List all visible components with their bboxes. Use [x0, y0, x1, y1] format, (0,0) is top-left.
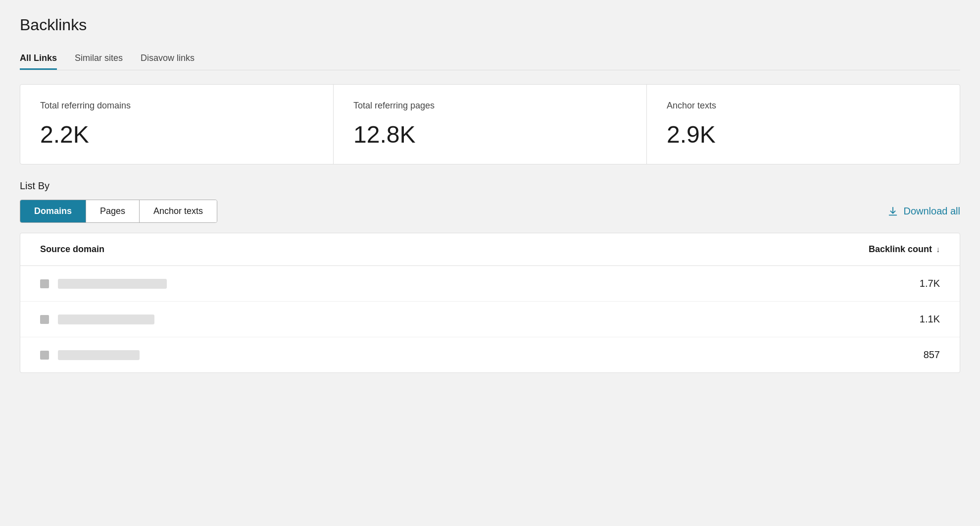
- list-by-title: List By: [20, 180, 960, 192]
- col-backlink-count: Backlink count ↓: [869, 244, 940, 255]
- list-by-section: List By Domains Pages Anchor texts Downl…: [20, 180, 960, 373]
- download-all-label: Download all: [903, 206, 960, 217]
- stat-label-referring-domains: Total referring domains: [40, 101, 313, 111]
- page-title: Backlinks: [20, 16, 960, 34]
- table-row: 1.7K: [20, 266, 960, 302]
- blurred-icon-2: [40, 315, 49, 324]
- row-value-1: 1.7K: [920, 278, 940, 289]
- blurred-row-left-3: [40, 350, 140, 360]
- list-btn-pages[interactable]: Pages: [86, 200, 140, 222]
- tab-disavow-links[interactable]: Disavow links: [141, 48, 195, 70]
- blurred-icon-1: [40, 279, 49, 288]
- stat-card-anchor-texts: Anchor texts 2.9K: [647, 85, 960, 164]
- list-by-buttons: Domains Pages Anchor texts: [20, 200, 217, 223]
- list-btn-anchor-texts[interactable]: Anchor texts: [140, 200, 217, 222]
- tab-all-links[interactable]: All Links: [20, 48, 57, 70]
- sort-icon[interactable]: ↓: [936, 245, 940, 254]
- blurred-icon-3: [40, 351, 49, 360]
- stat-label-referring-pages: Total referring pages: [353, 101, 627, 111]
- stat-value-anchor-texts: 2.9K: [667, 121, 940, 148]
- stats-card-container: Total referring domains 2.2K Total refer…: [20, 84, 960, 164]
- blurred-row-left-2: [40, 315, 154, 324]
- blurred-domain-3: [58, 350, 140, 360]
- stat-label-anchor-texts: Anchor texts: [667, 101, 940, 111]
- stat-card-referring-domains: Total referring domains 2.2K: [20, 85, 334, 164]
- row-value-2: 1.1K: [920, 314, 940, 325]
- blurred-domain-2: [58, 315, 154, 324]
- download-all-button[interactable]: Download all: [887, 206, 960, 217]
- blurred-row-left-1: [40, 279, 167, 289]
- stat-value-referring-pages: 12.8K: [353, 121, 627, 148]
- table-container: Source domain Backlink count ↓ 1.7K: [20, 233, 960, 373]
- tabs-container: All Links Similar sites Disavow links: [20, 48, 960, 70]
- page-container: Backlinks All Links Similar sites Disavo…: [0, 0, 980, 389]
- col-backlink-count-label: Backlink count: [869, 244, 932, 255]
- list-controls: Domains Pages Anchor texts Download all: [20, 200, 960, 223]
- list-btn-domains[interactable]: Domains: [20, 200, 86, 222]
- stat-card-referring-pages: Total referring pages 12.8K: [334, 85, 647, 164]
- row-value-3: 857: [924, 349, 940, 361]
- col-source-domain: Source domain: [40, 244, 104, 255]
- stat-value-referring-domains: 2.2K: [40, 121, 313, 148]
- table-row: 1.1K: [20, 302, 960, 337]
- blurred-domain-1: [58, 279, 167, 289]
- table-row: 857: [20, 337, 960, 372]
- download-icon: [887, 206, 898, 217]
- table-header: Source domain Backlink count ↓: [20, 233, 960, 266]
- tab-similar-sites[interactable]: Similar sites: [75, 48, 123, 70]
